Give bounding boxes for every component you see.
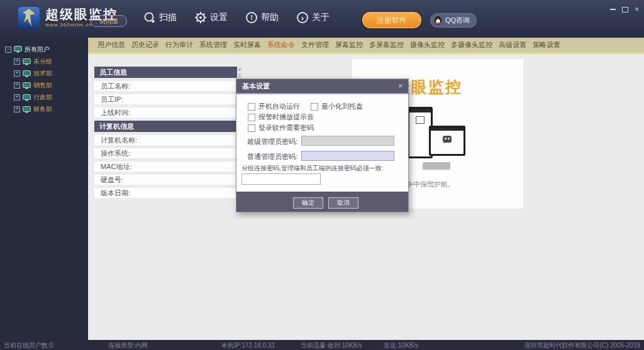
- device-base-illustration: [423, 162, 450, 169]
- super-admin-password-input[interactable]: [301, 136, 394, 146]
- computer-section-header: 计算机信息: [94, 121, 238, 132]
- tab-history[interactable]: 历史记录: [128, 40, 162, 50]
- checkbox-label: 开机自动运行: [258, 102, 300, 111]
- menu-about-label: 关于: [312, 12, 330, 23]
- register-button[interactable]: 注册软件: [362, 12, 421, 28]
- ok-button[interactable]: 确定: [293, 197, 323, 209]
- checkbox-label: 报警时播放提示音: [258, 112, 314, 122]
- tree-group-ungrouped[interactable]: + 未分组: [14, 57, 87, 67]
- title-bar: 超级眼监控 www.360mitm.cn 试用版 扫描: [0, 0, 644, 38]
- expand-icon[interactable]: +: [14, 94, 20, 101]
- field-label-version-date: 版本日期:: [94, 188, 238, 198]
- normal-admin-password-label: 普通管理员密码:: [240, 152, 297, 161]
- status-traffic-recv: 当前流量 收到:10KB/s: [301, 341, 362, 350]
- checkbox-label: 登录软件需要密码: [258, 123, 314, 133]
- module-tab-bar: 用户信息 历史记录 行为审计 系统管理 实时屏幕 系统命令 文件管理 屏幕监控 …: [88, 38, 644, 54]
- svg-text:!: !: [250, 14, 253, 21]
- tab-behavior-audit[interactable]: 行为审计: [162, 40, 196, 50]
- qq-penguin-icon: [433, 16, 443, 25]
- status-copyright: 深圳市超时代软件有限公司(C) 2005-2019: [525, 341, 640, 350]
- field-label-os: 操作系统:: [94, 148, 238, 158]
- tab-multi-camera-monitor[interactable]: 多摄像头监控: [448, 40, 496, 50]
- normal-admin-password-input[interactable]: [301, 151, 394, 161]
- checkbox-box[interactable]: [248, 103, 255, 111]
- qq-consult-label: QQ咨询: [445, 14, 470, 27]
- tree-root-all-users[interactable]: - 所有用户: [5, 44, 87, 55]
- menu-help-label: 帮助: [261, 12, 279, 23]
- checkbox-box[interactable]: [248, 124, 255, 132]
- scroll-up-icon[interactable]: ▲: [238, 67, 242, 72]
- tree-group-sales[interactable]: + 销售部: [14, 80, 87, 90]
- tab-file-manage[interactable]: 文件管理: [298, 40, 332, 50]
- tab-system-command[interactable]: 系统命令: [264, 40, 298, 50]
- top-menu: 扫描 设置 !: [143, 11, 330, 24]
- tab-advanced-settings[interactable]: 高级设置: [496, 40, 530, 50]
- expand-icon[interactable]: +: [14, 70, 20, 77]
- group-password-note: 分组连接密码,管理端和员工端的连接密码必须一致:: [242, 164, 384, 173]
- checkbox-box[interactable]: [311, 103, 318, 111]
- group-password-input[interactable]: [242, 173, 321, 185]
- field-label-mac: MAC地址:: [94, 161, 238, 172]
- dialog-close-icon[interactable]: ×: [398, 82, 408, 90]
- tree-group-admin[interactable]: + 行政部: [14, 92, 87, 102]
- dialog-title-bar: 基本设置 ×: [236, 79, 408, 94]
- edition-badge: 试用版: [91, 15, 127, 27]
- checkbox-alert-sound[interactable]: 报警时播放提示音: [248, 112, 314, 122]
- monitor-icon: [23, 106, 31, 113]
- cancel-button[interactable]: 取消: [328, 197, 358, 209]
- tab-user-info[interactable]: 用户信息: [94, 40, 128, 50]
- qq-consult-button[interactable]: QQ咨询: [430, 13, 477, 28]
- menu-settings[interactable]: 设置: [194, 11, 228, 24]
- tree-group-label: 销售部: [33, 81, 52, 90]
- monitor-icon: [23, 70, 31, 77]
- checkbox-login-password[interactable]: 登录软件需要密码: [248, 123, 314, 133]
- gear-icon: [194, 11, 207, 24]
- tree-group-finance[interactable]: + 财务部: [14, 104, 87, 114]
- checkbox-box[interactable]: [248, 114, 255, 121]
- tab-policy-settings[interactable]: 策略设置: [530, 40, 564, 50]
- window-controls: ×: [610, 6, 639, 13]
- field-label-employee-ip: 员工IP:: [94, 94, 238, 104]
- tab-live-screen[interactable]: 实时屏幕: [230, 40, 264, 50]
- tab-system-manage[interactable]: 系统管理: [196, 40, 230, 50]
- employee-section-header: 员工信息: [94, 67, 238, 78]
- field-label-employee-name: 员工名称:: [94, 81, 238, 91]
- monitor-illustration: [429, 126, 465, 156]
- tree-group-label: 行政部: [33, 93, 52, 102]
- svg-text:›: ›: [301, 13, 304, 23]
- expand-icon[interactable]: +: [14, 58, 20, 65]
- tree-group-tech[interactable]: + 技术部: [14, 68, 87, 79]
- menu-settings-label: 设置: [210, 12, 228, 23]
- expand-icon[interactable]: +: [14, 82, 20, 89]
- status-connection-type: 连接类型:内网: [108, 341, 148, 350]
- minimize-icon[interactable]: [610, 9, 616, 10]
- expand-icon[interactable]: +: [14, 106, 20, 112]
- menu-scan[interactable]: 扫描: [143, 11, 177, 24]
- tab-camera-monitor[interactable]: 摄像头监控: [407, 40, 448, 50]
- menu-about[interactable]: › 关于: [296, 11, 330, 24]
- tab-screen-monitor[interactable]: 屏幕监控: [332, 40, 366, 50]
- field-label-online-time: 上线时间:: [94, 107, 238, 118]
- status-bar: 当前在线用户数:0 连接类型:内网 本机IP:172.18.0.31 当前流量 …: [0, 340, 644, 350]
- checkbox-autostart[interactable]: 开机自动运行: [248, 102, 300, 111]
- monitor-icon: [23, 94, 31, 101]
- menu-help[interactable]: ! 帮助: [245, 11, 279, 24]
- checkbox-minimize-tray[interactable]: 最小化到托盘: [311, 102, 363, 111]
- status-online-users: 当前在线用户数:0: [4, 341, 53, 350]
- tree-root-label: 所有用户: [25, 45, 50, 54]
- collapse-icon[interactable]: -: [5, 46, 11, 53]
- close-icon[interactable]: ×: [635, 6, 639, 13]
- tree-group-label: 财务部: [33, 105, 52, 114]
- field-label-computer-name: 计算机名称:: [94, 135, 238, 145]
- about-icon: ›: [296, 11, 309, 24]
- basic-settings-dialog: 基本设置 × 开机自动运行 最小化到托盘 报警时播放提示音 登录软件需要密码 超…: [236, 79, 409, 212]
- status-local-ip: 本机IP:172.18.0.31: [221, 341, 275, 350]
- maximize-icon[interactable]: [622, 7, 628, 13]
- monitor-icon: [23, 82, 31, 89]
- app-logo-icon: [18, 6, 40, 29]
- tree-group-label: 技术部: [33, 69, 52, 78]
- tab-multi-screen-monitor[interactable]: 多屏幕监控: [366, 40, 407, 50]
- computer-icon: [14, 46, 22, 53]
- employee-info-panel: 员工信息 员工名称: 员工IP: 上线时间: 计算机信息 计算机名称: 操作系统…: [94, 67, 238, 201]
- app-window: 超级眼监控 www.360mitm.cn 试用版 扫描: [0, 0, 644, 350]
